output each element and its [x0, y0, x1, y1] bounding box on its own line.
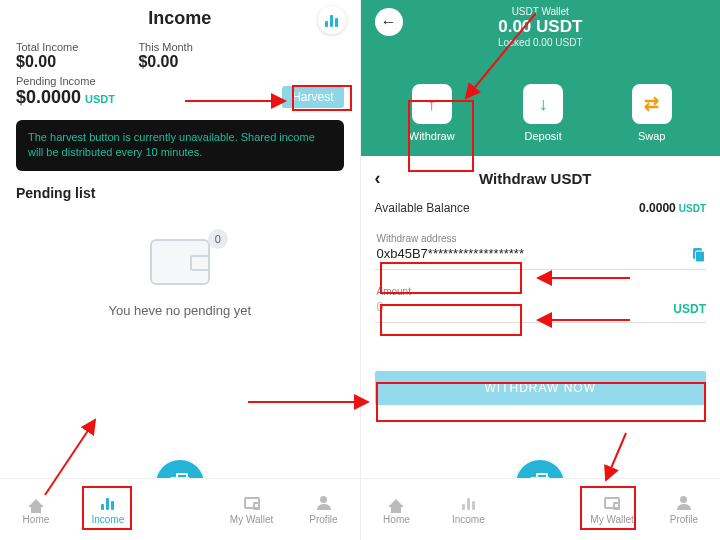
profile-icon	[675, 494, 693, 512]
bottom-nav: Home Income My Wallet Profile	[361, 478, 721, 540]
available-unit: USDT	[679, 203, 706, 214]
nav-profile-label: Profile	[309, 514, 337, 525]
nav-wallet[interactable]: My Wallet	[225, 494, 279, 525]
total-income-value: $0.00	[16, 53, 78, 71]
nav-home[interactable]: Home	[9, 494, 63, 525]
income-screen: Income Total Income $0.00 This Month $0.…	[0, 0, 361, 540]
amount-label: Amount	[377, 286, 681, 297]
deposit-action[interactable]: ↓ Deposit	[523, 84, 563, 142]
wallet-illustration-icon	[150, 239, 210, 285]
pending-income-row: Pending Income $0.0000USDT Harvest	[0, 71, 360, 114]
profile-icon	[315, 494, 333, 512]
section-title: Withdraw USDT	[421, 170, 651, 187]
nav-home-label: Home	[23, 514, 50, 525]
swap-action[interactable]: ⇄ Swap	[632, 84, 672, 142]
section-back-button[interactable]: ‹	[375, 168, 381, 189]
nav-profile[interactable]: Profile	[657, 494, 711, 525]
withdraw-screen: ← USDT Wallet 0.00 USDT Locked 0.00 USDT…	[361, 0, 721, 540]
wallet-name: USDT Wallet	[498, 6, 583, 17]
amount-placeholder: 0	[377, 297, 681, 316]
address-value: 0xb45B7*******************	[377, 244, 681, 263]
withdraw-address-field[interactable]: Withdraw address 0xb45B7****************…	[375, 229, 707, 270]
total-income-label: Total Income	[16, 41, 78, 53]
income-stats: Total Income $0.00 This Month $0.00	[0, 37, 360, 71]
page-title: Income	[148, 8, 211, 29]
wallet-balance: 0.00 USDT	[498, 17, 583, 37]
arrow-left-icon: ←	[381, 13, 397, 31]
bar-chart-icon	[325, 13, 338, 27]
nav-wallet[interactable]: My Wallet	[585, 494, 639, 525]
svg-rect-1	[696, 251, 705, 262]
wallet-header: ← USDT Wallet 0.00 USDT Locked 0.00 USDT…	[361, 0, 721, 156]
paste-icon[interactable]	[690, 247, 706, 263]
nav-wallet-label: My Wallet	[230, 514, 274, 525]
income-header: Income	[0, 0, 360, 37]
nav-income[interactable]: Income	[81, 494, 135, 525]
wallet-icon	[603, 494, 621, 512]
pending-list-title: Pending list	[0, 181, 360, 209]
pending-income-label: Pending Income	[16, 75, 115, 87]
harvest-button[interactable]: Harvest	[282, 86, 343, 108]
deposit-action-label: Deposit	[525, 130, 562, 142]
stats-button[interactable]	[318, 6, 346, 34]
arrow-down-icon: ↓	[523, 84, 563, 124]
amount-unit: USDT	[673, 302, 706, 316]
bar-chart-icon	[459, 494, 477, 512]
wallet-locked: Locked 0.00 USDT	[498, 37, 583, 48]
home-icon	[387, 494, 405, 512]
pending-count-badge: 0	[208, 229, 228, 249]
arrow-up-icon: ↑	[412, 84, 452, 124]
this-month-value: $0.00	[138, 53, 192, 71]
harvest-notice: The harvest button is currently unavaila…	[16, 120, 344, 171]
wallet-icon	[243, 494, 261, 512]
nav-wallet-label: My Wallet	[590, 514, 634, 525]
nav-home-label: Home	[383, 514, 410, 525]
this-month-label: This Month	[138, 41, 192, 53]
nav-profile-label: Profile	[670, 514, 698, 525]
withdraw-action-label: Withdraw	[409, 130, 455, 142]
available-balance-row: Available Balance 0.0000USDT	[361, 197, 721, 225]
withdraw-action[interactable]: ↑ Withdraw	[409, 84, 455, 142]
swap-action-label: Swap	[638, 130, 666, 142]
swap-icon: ⇄	[632, 84, 672, 124]
pending-income-unit: USDT	[85, 93, 115, 105]
empty-text: You heve no pending yet	[108, 303, 251, 318]
nav-profile[interactable]: Profile	[297, 494, 351, 525]
address-label: Withdraw address	[377, 233, 681, 244]
home-icon	[27, 494, 45, 512]
pending-income-value: $0.0000	[16, 87, 81, 107]
nav-income-label: Income	[452, 514, 485, 525]
bar-chart-icon	[99, 494, 117, 512]
bottom-nav: Home Income My Wallet Profile	[0, 478, 360, 540]
nav-income[interactable]: Income	[441, 494, 495, 525]
back-button[interactable]: ←	[375, 8, 403, 36]
withdraw-section-header: ‹ Withdraw USDT	[361, 156, 721, 197]
available-value: 0.0000	[639, 201, 676, 215]
amount-field[interactable]: Amount 0 USDT	[375, 282, 707, 323]
withdraw-now-button[interactable]: WITHDRAW NOW	[375, 371, 707, 405]
nav-income-label: Income	[91, 514, 124, 525]
nav-home[interactable]: Home	[369, 494, 423, 525]
available-label: Available Balance	[375, 201, 470, 215]
